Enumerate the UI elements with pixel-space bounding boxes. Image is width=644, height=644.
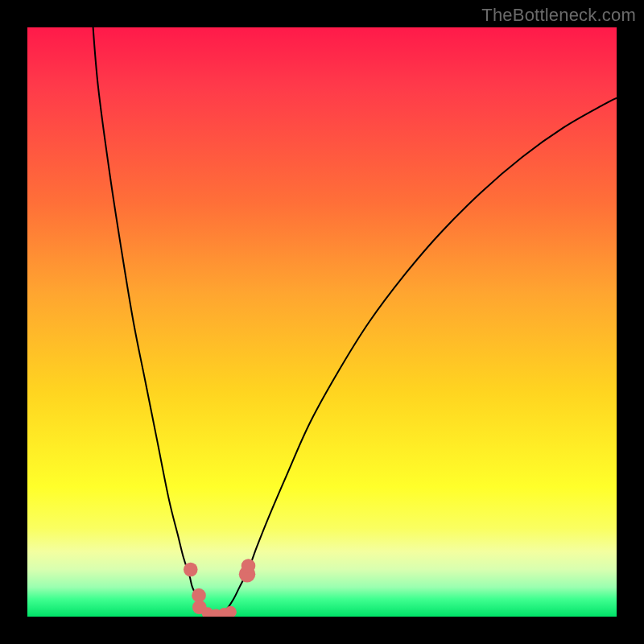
curve-left-branch bbox=[93, 27, 217, 616]
data-marker bbox=[242, 559, 256, 573]
curve-right-branch bbox=[216, 98, 617, 616]
bottleneck-curve bbox=[27, 27, 617, 617]
data-marker bbox=[184, 563, 198, 577]
watermark-text: TheBottleneck.com bbox=[481, 5, 636, 26]
data-marker bbox=[225, 606, 237, 617]
chart-frame: TheBottleneck.com bbox=[0, 0, 644, 644]
plot-area bbox=[27, 27, 617, 617]
